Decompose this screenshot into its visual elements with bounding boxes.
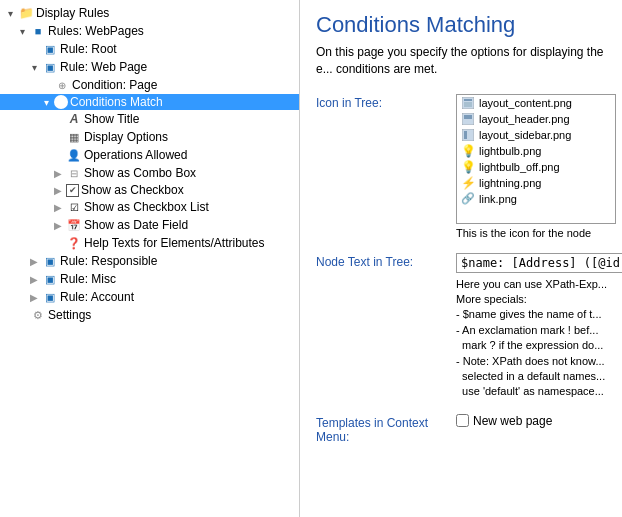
- spacer: [28, 43, 40, 55]
- display-icon: ▦: [66, 129, 82, 145]
- page-description: On this page you specify the options for…: [316, 44, 606, 78]
- tree-item-rule-account[interactable]: ▶ ▣ Rule: Account: [0, 288, 299, 306]
- tree-item-settings[interactable]: ⚙ Settings: [0, 306, 299, 324]
- tree-label: Rule: Account: [60, 290, 134, 304]
- help-icon: ❓: [66, 235, 82, 251]
- list-item[interactable]: layout_sidebar.png: [457, 127, 615, 143]
- tree-label: Show as Checkbox List: [84, 200, 209, 214]
- list-item[interactable]: 🔗 link.png: [457, 191, 615, 207]
- rule-icon: ▣: [42, 253, 58, 269]
- tree-label: Operations Allowed: [84, 148, 187, 162]
- checkbox-icon: ✔: [66, 184, 79, 197]
- tree-label: Rule: Misc: [60, 272, 116, 286]
- tree-item-condition-page[interactable]: ⊕ Condition: Page: [0, 76, 299, 94]
- lightning-icon: ⚡: [461, 176, 475, 190]
- spacer: [16, 309, 28, 321]
- spacer: [52, 113, 64, 125]
- img-icon: [461, 112, 475, 126]
- tree-label: Rules: WebPages: [48, 24, 144, 38]
- expand-icon[interactable]: ▾: [4, 7, 16, 19]
- templates-checkbox-row: New web page: [456, 414, 606, 428]
- tree-item-show-checkbox[interactable]: ▶ ✔ Show as Checkbox: [0, 182, 299, 198]
- tree-item-rule-root[interactable]: ▣ Rule: Root: [0, 40, 299, 58]
- svg-rect-2: [464, 102, 472, 107]
- rule-icon: ▣: [42, 41, 58, 57]
- node-text-row: Node Text in Tree: Here you can use XPat…: [316, 253, 606, 400]
- tree-label: Rule: Root: [60, 42, 117, 56]
- list-item[interactable]: layout_content.png: [457, 95, 615, 111]
- expand-icon[interactable]: ▾: [40, 96, 52, 108]
- list-item[interactable]: 💡 lightbulb.png: [457, 143, 615, 159]
- new-webpage-label: New web page: [473, 414, 552, 428]
- rule-icon: ▣: [42, 289, 58, 305]
- lightbulb-icon: 💡: [461, 144, 475, 158]
- content-panel: Conditions Matching On this page you spe…: [300, 0, 622, 517]
- lightbulb-off-icon: 💡: [461, 160, 475, 174]
- expand-icon[interactable]: ▶: [28, 273, 40, 285]
- list-item-label: layout_header.png: [479, 113, 570, 125]
- svg-rect-5: [462, 129, 474, 141]
- node-text-input[interactable]: [456, 253, 622, 273]
- expand-icon[interactable]: ▶: [52, 184, 64, 196]
- expand-icon[interactable]: ▶: [52, 201, 64, 213]
- list-item[interactable]: ⚡ lightning.png: [457, 175, 615, 191]
- tree-item-show-combo[interactable]: ▶ ⊟ Show as Combo Box: [0, 164, 299, 182]
- tree-item-rule-webpage[interactable]: ▾ ▣ Rule: Web Page: [0, 58, 299, 76]
- tree-item-show-title[interactable]: A Show Title: [0, 110, 299, 128]
- tree-label: Condition: Page: [72, 78, 157, 92]
- new-webpage-checkbox[interactable]: [456, 414, 469, 427]
- tree-item-conditions-match[interactable]: ▾ ✔ Conditions Match: [0, 94, 299, 110]
- expand-icon[interactable]: ▾: [28, 61, 40, 73]
- icon-description: This is the icon for the node: [456, 227, 616, 239]
- svg-rect-6: [464, 131, 467, 139]
- tree-label: Rule: Responsible: [60, 254, 157, 268]
- tree-item-show-date[interactable]: ▶ 📅 Show as Date Field: [0, 216, 299, 234]
- list-item-label: lightning.png: [479, 177, 541, 189]
- check-green-icon: ✔: [54, 95, 68, 109]
- icon-in-tree-row: Icon in Tree: layout_content.png layout_…: [316, 94, 606, 239]
- spacer: [40, 79, 52, 91]
- tree-item-display-rules[interactable]: ▾ 📁 Display Rules: [0, 4, 299, 22]
- ops-icon: 👤: [66, 147, 82, 163]
- tree-item-show-checkbox-list[interactable]: ▶ ☑ Show as Checkbox List: [0, 198, 299, 216]
- svg-rect-1: [464, 99, 472, 101]
- tree-label: Show as Date Field: [84, 218, 188, 232]
- text-icon: A: [66, 111, 82, 127]
- tree-label: Rule: Web Page: [60, 60, 147, 74]
- tree-label: Display Rules: [36, 6, 109, 20]
- list-item-label: layout_content.png: [479, 97, 572, 109]
- tree-item-rule-misc[interactable]: ▶ ▣ Rule: Misc: [0, 270, 299, 288]
- tree-item-help-texts[interactable]: ❓ Help Texts for Elements/Attributes: [0, 234, 299, 252]
- expand-icon[interactable]: ▶: [28, 255, 40, 267]
- tree-label: Show Title: [84, 112, 139, 126]
- tree-label: Settings: [48, 308, 91, 322]
- tree-item-rules-webpages[interactable]: ▾ ■ Rules: WebPages: [0, 22, 299, 40]
- expand-icon[interactable]: ▾: [16, 25, 28, 37]
- expand-icon[interactable]: ▶: [52, 219, 64, 231]
- svg-rect-4: [464, 115, 472, 119]
- combo-icon: ⊟: [66, 165, 82, 181]
- spacer: [52, 149, 64, 161]
- tree-item-operations-allowed[interactable]: 👤 Operations Allowed: [0, 146, 299, 164]
- page-icon: ⊕: [54, 77, 70, 93]
- spacer: [52, 237, 64, 249]
- link-icon: 🔗: [461, 192, 475, 206]
- list-item-label: lightbulb_off.png: [479, 161, 560, 173]
- settings-icon: ⚙: [30, 307, 46, 323]
- tree-item-rule-responsible[interactable]: ▶ ▣ Rule: Responsible: [0, 252, 299, 270]
- checkbox-list-icon: ☑: [66, 199, 82, 215]
- expand-icon[interactable]: ▶: [28, 291, 40, 303]
- icon-in-tree-label: Icon in Tree:: [316, 94, 456, 110]
- tree-item-display-options[interactable]: ▦ Display Options: [0, 128, 299, 146]
- templates-label: Templates in Context Menu:: [316, 414, 456, 444]
- list-item[interactable]: 💡 lightbulb_off.png: [457, 159, 615, 175]
- icon-listbox[interactable]: layout_content.png layout_header.png lay…: [456, 94, 616, 224]
- expand-icon[interactable]: ▶: [52, 167, 64, 179]
- img-icon: [461, 96, 475, 110]
- tree-label: Show as Checkbox: [81, 183, 184, 197]
- tree-label: Conditions Match: [70, 95, 163, 109]
- img-icon: [461, 128, 475, 142]
- node-text-value: Here you can use XPath-Exp... More speci…: [456, 253, 622, 400]
- list-item[interactable]: layout_header.png: [457, 111, 615, 127]
- list-item-label: lightbulb.png: [479, 145, 541, 157]
